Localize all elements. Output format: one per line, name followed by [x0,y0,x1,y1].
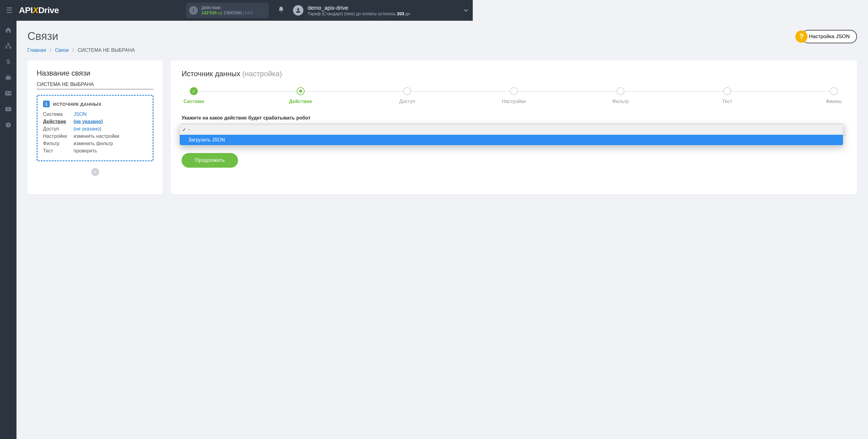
right-title-main: Источник данных [182,69,240,78]
tariff: Тариф |Стандарт| (new) до оплаты осталос… [308,11,410,16]
help-icon[interactable]: ? [5,121,12,129]
chevron-down-icon[interactable] [464,8,468,13]
wizard-stepper: Система Действие Доступ Настройки Фильтр… [182,87,473,104]
connection-name-card: Название связи СИСТЕМА НЕ ВЫБРАНА 1 ИСТО… [28,60,163,195]
actions-text: Действия: 142'535 из 1'000'000 (14% [202,5,253,15]
connections-icon[interactable] [5,42,12,49]
actions-label: Действия: [202,5,253,10]
breadcrumb-sep: / [50,47,51,53]
home-icon[interactable] [5,26,12,34]
tariff-days: 203 [397,11,404,16]
action-dropdown: - Загрузить JSON [180,124,473,145]
tariff-pre: Тариф |Стандарт| (new) до оплаты осталос… [308,11,397,16]
app-header: ☰ APIXDrive i Действия: 142'535 из 1'000… [0,0,473,21]
logo-text-x: X [33,5,38,15]
svg-text:$: $ [6,58,10,65]
stepper-line [194,91,473,92]
svg-rect-1 [7,43,9,45]
step-system[interactable]: Система [182,87,206,104]
action-select[interactable]: ▲▼ - Загрузить JSON [182,124,473,136]
system-name-field[interactable]: СИСТЕМА НЕ ВЫБРАНА [37,82,154,89]
breadcrumb-sep: / [73,47,74,53]
notifications-icon[interactable] [278,6,284,14]
actions-of: из [218,10,222,15]
logo-text-post: Drive [38,5,59,15]
step-circle-current-icon [297,87,305,95]
breadcrumb-home[interactable]: Главная [28,47,46,53]
dollar-icon[interactable]: $ [5,58,12,65]
svg-rect-9 [9,93,11,94]
step-label: Доступ [399,99,415,104]
menu-toggle-icon[interactable]: ☰ [6,6,13,14]
step-circle-icon [403,87,411,95]
action-field-label: Укажите на какое действие будет срабатыв… [182,115,473,121]
right-card-title: Источник данных (настройка) [182,69,473,78]
breadcrumb: Главная / Связи / СИСТЕМА НЕ ВЫБРАНА [28,47,473,53]
svg-rect-8 [9,92,11,93]
logo[interactable]: APIXDrive [19,5,59,15]
add-destination-button[interactable]: + [91,168,99,176]
row-filter-key: Фильтр [43,141,73,146]
data-source-box: 1 ИСТОЧНИК ДАННЫХ СистемаJSON Действие(н… [37,95,154,161]
data-source-config-card: Источник данных (настройка) Система Дейс… [170,60,473,195]
row-test-value[interactable]: проверить [73,148,97,154]
dropdown-item-load-json[interactable]: Загрузить JSON [180,135,473,145]
row-system-value[interactable]: JSON [73,111,87,117]
avatar-icon [293,5,303,15]
svg-point-0 [297,8,300,10]
continue-button[interactable]: Продолжить [182,153,238,168]
main-content: Связи ? Настройка JSON Главная / Связи /… [17,21,473,239]
id-card-icon[interactable] [5,90,12,97]
row-action-key: Действие [43,119,73,124]
svg-rect-5 [6,76,11,79]
dropdown-item-placeholder[interactable]: - [180,124,473,135]
tariff-post: дн [404,11,410,16]
info-icon: i [189,6,198,14]
svg-rect-3 [9,47,11,49]
data-source-title: ИСТОЧНИК ДАННЫХ [53,102,102,107]
user-menu[interactable]: demo_apix-drive Тариф |Стандарт| (new) д… [293,5,410,16]
row-action-value[interactable]: (не указано) [73,119,103,124]
row-settings-value[interactable]: изменить настройки [73,134,119,139]
page-title: Связи [28,30,58,43]
briefcase-icon[interactable] [5,74,12,81]
step-badge: 1 [43,101,50,107]
user-info: demo_apix-drive Тариф |Стандарт| (new) д… [308,5,410,16]
svg-text:?: ? [7,123,9,127]
actions-used: 142'535 [202,10,217,15]
step-label: Система [183,99,204,104]
step-access[interactable]: Доступ [395,87,420,104]
actions-counter[interactable]: i Действия: 142'535 из 1'000'000 (14% [186,3,269,18]
video-icon[interactable] [5,105,12,113]
username: demo_apix-drive [308,5,410,11]
row-access-key: Доступ [43,126,73,132]
step-label: Действие [289,99,312,104]
logo-text-pre: API [19,5,33,15]
svg-rect-2 [5,47,7,49]
row-test-key: Тест [43,148,73,154]
actions-total: 1'000'000 [223,10,242,15]
sidebar: $ ? [0,21,17,239]
row-access-value[interactable]: (не указано) [73,126,101,132]
svg-point-7 [6,92,8,94]
actions-pct: (14% [243,10,253,15]
breadcrumb-links[interactable]: Связи [55,47,69,53]
row-filter-value[interactable]: изменить фильтр [73,141,113,146]
step-action[interactable]: Действие [288,87,313,104]
breadcrumb-current: СИСТЕМА НЕ ВЫБРАНА [78,47,134,53]
left-card-title: Название связи [37,69,154,77]
row-settings-key: Настройки [43,134,73,139]
right-title-sub: (настройка) [242,69,282,78]
row-system-key: Система [43,111,73,117]
step-circle-done-icon [190,87,198,95]
